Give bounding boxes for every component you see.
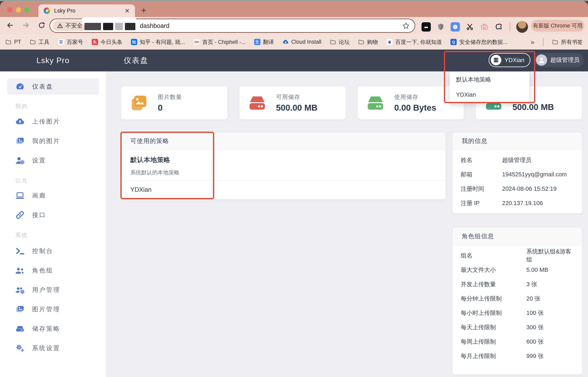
toolbar-divider: [509, 23, 510, 31]
chrome-update-button[interactable]: 有新版 Chrome 可用: [531, 20, 584, 32]
bookmark-toutiao[interactable]: 头 今日头条: [92, 38, 123, 46]
stat-label: 图片数量: [158, 93, 182, 101]
bookmark-forum[interactable]: 论坛: [330, 38, 350, 46]
group-row-concurrent-uploads: 并发上传数量3 张: [453, 277, 582, 292]
sidebar: 仪表盘 我的 上传图片 我的图片 设置 公共 画廊 接口 系统 控制台: [0, 71, 106, 377]
images-icon: [15, 304, 25, 314]
toutiao-icon: 头: [92, 39, 98, 45]
sidebar-item-system-settings[interactable]: 系统设置: [7, 340, 99, 356]
tab-strip: Lsky Pro ✕ +: [0, 1, 588, 17]
reload-icon[interactable]: [38, 21, 46, 29]
group-row-per-week-limit: 每周上传限制600 张: [453, 335, 582, 349]
sidebar-item-dashboard[interactable]: 仪表盘: [7, 79, 99, 95]
sidebar-item-image-management[interactable]: 图片管理: [7, 301, 99, 317]
hdd-icon: [366, 93, 385, 113]
dropdown-item-default-policy[interactable]: 默认本地策略: [450, 72, 529, 87]
dropdown-item-ydxian[interactable]: YDXian: [450, 87, 529, 102]
minimize-window-button[interactable]: [16, 7, 21, 12]
tab-title: Lsky Pro: [54, 8, 75, 14]
my-info-panel: 我的信息 姓名超级管理员 邮箱1945251yyq@gmail.com 注册时间…: [453, 132, 582, 213]
sidebar-item-console[interactable]: 控制台: [7, 243, 99, 259]
sidebar-item-role-groups[interactable]: 角色组: [7, 262, 99, 279]
users-icon: [15, 266, 25, 275]
puzzle-extensions-icon[interactable]: [494, 22, 504, 32]
photos-icon: [129, 93, 149, 113]
bookmark-baidu[interactable]: 百度一下, 你就知道: [386, 38, 442, 46]
role-group-panel: 角色组信息 组名系统默认组&游客组 最大文件大小5.00 MB 并发上传数量3 …: [453, 227, 582, 374]
translate-icon: 文: [254, 39, 260, 45]
bookmark-shopping[interactable]: 购物: [358, 38, 378, 46]
bookmark-baijiahao[interactable]: 百 百家号: [58, 38, 83, 46]
warning-triangle-icon: [57, 23, 63, 29]
window-controls: [7, 7, 30, 12]
tv-extension-icon[interactable]: [480, 22, 489, 32]
bookmarks-overflow-chevron[interactable]: »: [531, 38, 534, 46]
sidebar-item-my-images[interactable]: 我的图片: [7, 133, 99, 149]
users-gear-icon: [15, 285, 25, 295]
zoom-window-button[interactable]: [24, 7, 30, 12]
policy-dropdown: 默认本地策略 YDXian: [450, 72, 529, 102]
group-row-per-minute-limit: 每分钟上传限制20 张: [453, 292, 582, 306]
bookmark-star-icon[interactable]: [402, 22, 410, 30]
sidebar-item-user-management[interactable]: 用户管理: [7, 282, 99, 298]
stat-value: 500.00 MB: [276, 103, 317, 113]
bookmark-tools[interactable]: 工具: [30, 38, 49, 46]
scissors-extension-icon[interactable]: [465, 22, 475, 32]
account-chip[interactable]: 超级管理员: [534, 53, 584, 67]
policy-switch-button[interactable]: YDXian: [489, 53, 531, 67]
bookmarks-divider: [543, 38, 543, 46]
sidebar-item-storage-policies[interactable]: 储存策略: [7, 320, 99, 337]
sidebar-section-mine: 我的: [15, 102, 106, 110]
shield-extension-icon[interactable]: [436, 22, 445, 32]
policy-row-default[interactable]: 默认本地策略 系统默认的本地策略: [121, 150, 446, 181]
server-icon: [491, 55, 501, 65]
stat-value: 0: [158, 103, 182, 113]
hdd-icon: [248, 93, 267, 113]
chiphell-icon: CH: [193, 39, 200, 45]
hdd-icon: [15, 324, 25, 333]
group-row-max-file-size: 最大文件大小5.00 MB: [453, 263, 582, 277]
profile-avatar[interactable]: [516, 21, 528, 33]
user-gear-icon: [15, 155, 25, 165]
bookmark-zhihu[interactable]: 知 知乎 - 有问题, 就...: [131, 38, 185, 46]
info-row-registered-at: 注册时间2024-08-06 15:52:19: [453, 182, 582, 196]
bookmark-chiphell[interactable]: CH 首页 - Chiphell -...: [193, 38, 246, 46]
sidebar-item-gallery[interactable]: 画廊: [7, 188, 99, 204]
close-window-button[interactable]: [7, 7, 12, 12]
new-tab-button[interactable]: +: [141, 5, 146, 15]
stat-card-available-storage: 可用储存 500.00 MB: [239, 86, 346, 119]
group-row-per-day-limit: 每天上传限制300 张: [453, 320, 582, 335]
sidebar-item-api[interactable]: 接口: [7, 207, 99, 223]
terminal-icon: [15, 246, 25, 256]
user-avatar-icon: [536, 54, 547, 66]
link-icon: [15, 210, 25, 220]
baidu-icon: [386, 39, 393, 45]
sidebar-section-public: 公共: [15, 177, 106, 185]
cookie-extension-icon[interactable]: [451, 22, 460, 32]
bookmark-pt[interactable]: PT: [5, 39, 21, 45]
stat-label: 使用储存: [394, 93, 436, 101]
extensions-row: [421, 21, 528, 33]
cloud-upload-icon: [15, 117, 25, 126]
forward-icon[interactable]: [22, 21, 30, 29]
page-title: 仪表盘: [124, 49, 148, 71]
policy-button-label: YDXian: [505, 57, 524, 63]
policy-row-ydxian[interactable]: YDXian: [121, 181, 446, 199]
shield-q-icon: Q: [450, 39, 457, 45]
url-path: dashboard: [140, 22, 170, 30]
folder-icon: [5, 39, 11, 45]
browser-tab[interactable]: Lsky Pro ✕: [38, 4, 135, 17]
eyes-extension-icon[interactable]: [421, 22, 431, 32]
tab-close-icon[interactable]: ✕: [125, 7, 130, 14]
folder-icon: [30, 39, 36, 45]
bookmark-secure-storage[interactable]: Q 安全储存您的数据...: [450, 38, 508, 46]
back-icon[interactable]: [6, 21, 14, 29]
panel-title: 可使用的策略: [121, 132, 446, 150]
lsky-favicon-icon: [44, 8, 50, 14]
bookmark-cloud-install[interactable]: Cloud Install: [283, 39, 321, 45]
sidebar-item-upload[interactable]: 上传图片: [7, 113, 99, 130]
all-bookmarks[interactable]: 所有书签: [552, 38, 583, 46]
info-row-register-ip: 注册 IP220.137.19.106: [453, 196, 582, 210]
sidebar-item-settings[interactable]: 设置: [7, 152, 99, 168]
bookmark-translate[interactable]: 文 翻译: [254, 38, 274, 46]
